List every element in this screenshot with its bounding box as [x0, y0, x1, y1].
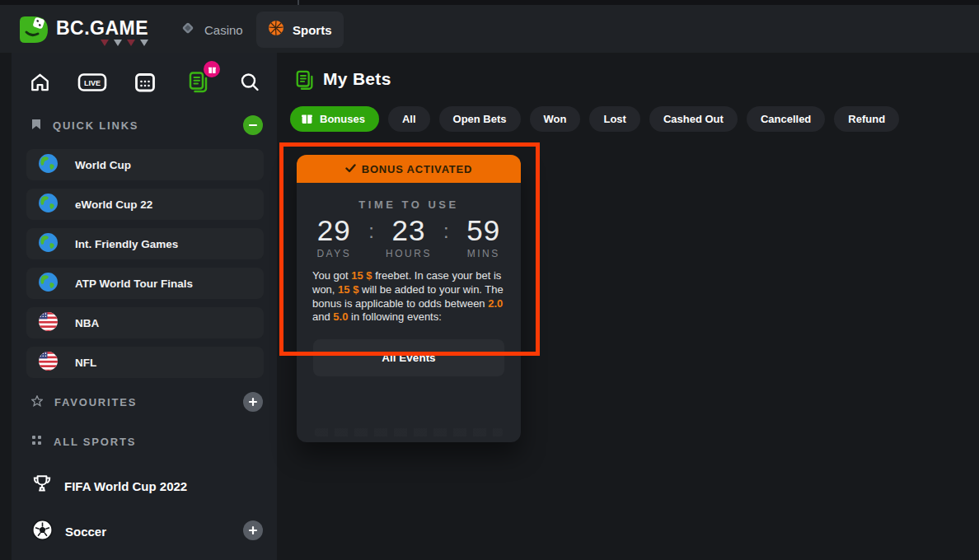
my-bets-icon	[295, 69, 316, 96]
globe-icon	[38, 193, 59, 217]
quick-links-header: QUICK LINKS	[31, 119, 138, 133]
timer-title: TIME TO USE	[297, 198, 521, 211]
flag-triangle	[140, 40, 148, 46]
filter-open-bets[interactable]: Open Bets	[439, 106, 521, 132]
app-window: BC.GAME Casino Sports	[0, 0, 979, 560]
filter-refund[interactable]: Refund	[834, 106, 899, 132]
countdown-mins: 59 MINS	[459, 216, 508, 259]
bonus-card: BONUS ACTIVATED TIME TO USE 29 DAYS : 23…	[297, 155, 521, 442]
us-flag-icon	[38, 311, 59, 335]
quick-links-collapse-button[interactable]	[243, 115, 263, 135]
countdown-separator: :	[443, 216, 449, 243]
countdown-hours: 23 HOURS	[384, 216, 433, 259]
bet-filter-chips: Bonuses All Open Bets Won Lost Cashed Ou…	[290, 106, 899, 132]
faded-bottom-row	[315, 428, 503, 436]
filter-cashed-out[interactable]: Cashed Out	[649, 106, 738, 132]
flag-triangle	[101, 40, 109, 46]
trophy-icon	[31, 474, 53, 498]
calendar-icon[interactable]	[130, 68, 160, 97]
favourites-header: FAVOURITES	[31, 395, 137, 409]
flag-triangle	[127, 40, 135, 46]
search-icon[interactable]	[235, 68, 265, 97]
sidebar-icon-row: LIVE	[12, 68, 277, 99]
bcgame-logo-icon[interactable]	[16, 12, 54, 47]
gift-icon	[301, 112, 313, 127]
favourites-add-button[interactable]	[243, 392, 263, 412]
grid-icon	[31, 435, 42, 448]
live-icon[interactable]: LIVE	[77, 68, 107, 97]
brand-name: BC.GAME	[56, 17, 148, 40]
sidebar-item-nba[interactable]: NBA	[26, 307, 264, 338]
sidebar-item-eworld-cup-22[interactable]: eWorld Cup 22	[26, 189, 264, 220]
page-title: My Bets	[323, 69, 391, 89]
sidebar-item-world-cup[interactable]: World Cup	[26, 149, 264, 180]
globe-icon	[38, 153, 59, 177]
soccer-ball-icon	[31, 519, 54, 544]
tab-casino-label: Casino	[204, 23, 243, 37]
sidebar-item-nfl[interactable]: NFL	[26, 347, 264, 378]
bonus-description: You got 15 $ freebet. In case your bet i…	[312, 269, 505, 325]
all-sports-header: ALL SPORTS	[31, 435, 136, 448]
basketball-icon	[268, 20, 284, 40]
flag-triangle	[114, 40, 122, 46]
gift-badge	[204, 61, 220, 77]
globe-icon	[38, 272, 59, 296]
filter-cancelled[interactable]: Cancelled	[747, 106, 825, 132]
top-navbar: BC.GAME Casino Sports	[0, 5, 979, 53]
us-flag-icon	[38, 351, 59, 375]
home-icon[interactable]	[25, 68, 54, 97]
sidebar: LIVE	[12, 53, 277, 560]
my-bets-icon[interactable]	[184, 68, 213, 97]
sidebar-item-atp-world-tour-finals[interactable]: ATP World Tour Finals	[26, 268, 264, 299]
bonus-countdown: 29 DAYS : 23 HOURS : 59 MINS	[297, 216, 521, 259]
soccer-expand-button[interactable]	[243, 520, 263, 540]
star-icon	[31, 395, 43, 409]
filter-won[interactable]: Won	[530, 106, 581, 132]
tab-sports-label: Sports	[293, 23, 332, 37]
sidebar-item-int-friendly-games[interactable]: Int. Friendly Games	[26, 228, 264, 259]
filter-all[interactable]: All	[388, 106, 430, 132]
filter-bonuses[interactable]: Bonuses	[290, 106, 379, 132]
bookmark-icon	[31, 119, 41, 133]
tab-sports[interactable]: Sports	[256, 12, 344, 48]
bonus-status-banner: BONUS ACTIVATED	[297, 155, 521, 183]
svg-text:LIVE: LIVE	[84, 79, 101, 87]
tab-casino[interactable]: Casino	[168, 12, 255, 48]
brand-bunting-decoration	[101, 40, 148, 46]
filter-lost[interactable]: Lost	[589, 106, 639, 132]
casino-cards-icon	[180, 20, 196, 40]
countdown-separator: :	[368, 216, 374, 243]
countdown-days: 29 DAYS	[309, 216, 358, 259]
sidebar-item-fifa-world-cup-2022[interactable]: FIFA World Cup 2022	[31, 474, 187, 498]
check-icon	[345, 163, 356, 175]
globe-icon	[38, 232, 59, 256]
sidebar-item-soccer[interactable]: Soccer	[31, 519, 106, 544]
all-events-button[interactable]: All Events	[313, 339, 504, 376]
